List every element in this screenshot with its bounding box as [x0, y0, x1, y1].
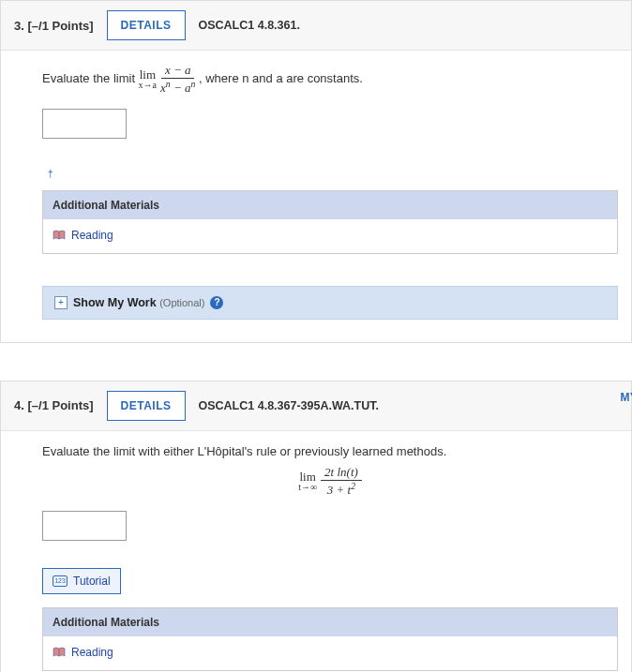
additional-materials: Additional Materials Reading — [42, 190, 618, 254]
book-icon — [53, 230, 66, 241]
additional-materials-header: Additional Materials — [43, 191, 617, 219]
question-prompt: Evaluate the limit with either L'Hôpital… — [42, 444, 618, 458]
question-3: 3. [–/1 Points] DETAILS OSCALC1 4.8.361.… — [0, 0, 632, 343]
my-notes-button[interactable]: MY NO — [620, 391, 632, 404]
question-body: Evaluate the limit with either L'Hôpital… — [1, 431, 631, 672]
tutorial-button[interactable]: 123 Tutorial — [42, 568, 121, 594]
question-number: 4. [–/1 Points] — [14, 398, 94, 412]
help-icon[interactable]: ? — [210, 296, 223, 309]
question-body: Evaluate the limit lim x→a x − a xn − an… — [1, 51, 631, 342]
question-header: 3. [–/1 Points] DETAILS OSCALC1 4.8.361. — [1, 1, 631, 51]
reading-link[interactable]: Reading — [53, 646, 113, 659]
tutorial-icon: 123 — [53, 575, 68, 587]
dagger-mark: † — [48, 169, 53, 179]
book-icon — [53, 647, 66, 658]
show-my-work-label: Show My Work (Optional) — [73, 296, 204, 309]
fraction: x − a xn − an — [160, 64, 195, 96]
answer-input[interactable] — [42, 511, 127, 541]
expand-icon: + — [54, 296, 68, 309]
answer-input[interactable] — [42, 109, 127, 139]
question-source: OSCALC1 4.8.361. — [199, 19, 300, 32]
question-header: 4. [–/1 Points] DETAILS OSCALC1 4.8.367-… — [1, 381, 631, 431]
question-4: 4. [–/1 Points] DETAILS OSCALC1 4.8.367-… — [0, 381, 632, 672]
question-prompt: Evaluate the limit lim x→a x − a xn − an… — [42, 64, 618, 96]
limit-notation: lim x→a — [139, 68, 157, 90]
question-source: OSCALC1 4.8.367-395A.WA.TUT. — [199, 399, 379, 412]
additional-materials: Additional Materials Reading — [42, 607, 618, 671]
additional-materials-header: Additional Materials — [43, 608, 617, 636]
limit-notation: lim t→∞ — [298, 470, 317, 492]
details-button[interactable]: DETAILS — [107, 10, 186, 40]
fraction: 2t ln(t) 3 + t2 — [321, 466, 362, 498]
show-my-work-panel[interactable]: + Show My Work (Optional) ? — [42, 286, 618, 320]
reading-link[interactable]: Reading — [53, 229, 113, 242]
question-number: 3. [–/1 Points] — [14, 19, 94, 33]
details-button[interactable]: DETAILS — [107, 391, 186, 421]
